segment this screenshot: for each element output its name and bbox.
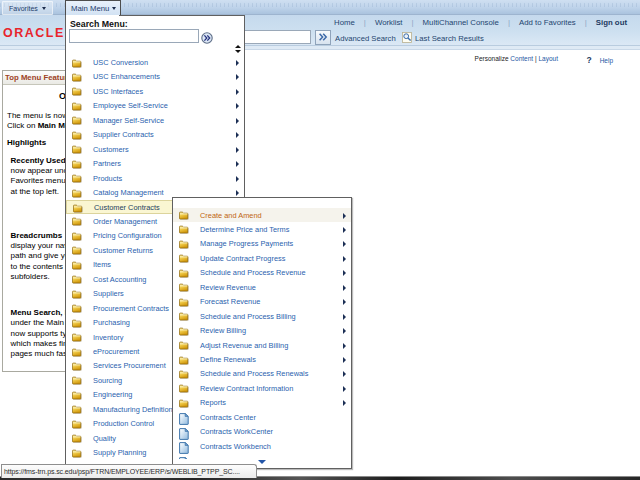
submenu-item-schedule-and-process-revenue[interactable]: Schedule and Process Revenue: [173, 266, 351, 280]
submenu-item-manage-progress-payments[interactable]: Manage Progress Payments: [173, 237, 351, 251]
search-menu-label: Search Menu:: [70, 19, 128, 29]
submenu-item-schedule-and-process-billing[interactable]: Schedule and Process Billing: [173, 309, 351, 323]
submenu-arrow-icon: [236, 161, 239, 167]
folder-icon: [72, 73, 82, 82]
submenu-item-label: Review Billing: [200, 326, 246, 335]
folder-icon: [179, 312, 189, 321]
submenu-arrow-icon: [236, 89, 239, 95]
submenu-arrow-icon: [343, 400, 346, 406]
submenu-item-review-contract-information[interactable]: Review Contract Information: [173, 381, 351, 395]
folder-icon: [72, 304, 82, 313]
submenu-item-schedule-and-process-renewals[interactable]: Schedule and Process Renewals: [173, 367, 351, 381]
menu-item-label: Inventory: [93, 333, 123, 342]
menu-scroll-spinner-icon[interactable]: [235, 45, 242, 53]
favorites-button[interactable]: Favorites: [2, 1, 53, 15]
submenu-item-review-billing[interactable]: Review Billing: [173, 324, 351, 338]
folder-icon: [72, 131, 82, 140]
personalize-content-link[interactable]: Content: [510, 55, 533, 62]
folder-icon: [73, 204, 83, 213]
menu-item-usc-enhancements[interactable]: USC Enhancements: [66, 70, 244, 84]
submenu-item-label: Review Contract Information: [200, 384, 293, 393]
submenu-arrow-icon: [236, 74, 239, 80]
submenu-item-review-revenue[interactable]: Review Revenue: [173, 280, 351, 294]
folder-icon: [179, 240, 189, 249]
menu-item-usc-conversion[interactable]: USC Conversion: [66, 56, 244, 70]
folder-icon: [72, 160, 82, 169]
submenu-item-contracts-center[interactable]: Contracts Center: [173, 410, 351, 424]
folder-icon: [179, 225, 189, 234]
submenu-arrow-icon: [236, 60, 239, 66]
submenu-item-contracts-workcenter[interactable]: Contracts WorkCenter: [173, 425, 351, 439]
submenu-item-label: Forecast Revenue: [200, 297, 260, 306]
menu-item-label: Engineering: [93, 390, 132, 399]
header-search-go-button[interactable]: [315, 30, 331, 45]
folder-icon: [179, 298, 189, 307]
home-link[interactable]: Home: [334, 18, 355, 27]
submenu-item-adjust-revenue-and-billing[interactable]: Adjust Revenue and Billing: [173, 338, 351, 352]
last-search-results-link[interactable]: Last Search Results: [415, 34, 484, 43]
submenu-arrow-icon: [343, 371, 346, 377]
submenu-item-label: Determine Price and Terms: [200, 225, 289, 234]
menu-item-partners[interactable]: Partners: [66, 157, 244, 171]
folder-icon: [72, 116, 82, 125]
menu-item-label: Order Management: [93, 217, 157, 226]
submenu-item-determine-price-and-terms[interactable]: Determine Price and Terms: [173, 222, 351, 236]
submenu-scroll-down-icon: [258, 460, 266, 464]
menu-item-usc-interfaces[interactable]: USC Interfaces: [66, 84, 244, 98]
folder-icon: [179, 399, 189, 408]
main-menu-button-panel-join: [66, 15, 119, 16]
menu-item-label: Catalog Management: [93, 188, 164, 197]
menu-item-manager-self-service[interactable]: Manager Self-Service: [66, 113, 244, 127]
submenu-item-contracts-workbench[interactable]: Contracts Workbench: [173, 439, 351, 453]
submenu-item-label: Schedule and Process Billing: [200, 312, 296, 321]
pagelet-highlights-title: Highlights: [7, 138, 46, 147]
menu-item-products[interactable]: Products: [66, 171, 244, 185]
submenu-arrow-icon: [343, 227, 346, 233]
folder-icon: [179, 384, 189, 393]
menu-item-label: USC Interfaces: [93, 87, 143, 96]
multichannel-console-link[interactable]: MultiChannel Console: [423, 18, 499, 27]
submenu-item-define-renewals[interactable]: Define Renewals: [173, 353, 351, 367]
personalize-label: Personalize: [475, 55, 509, 62]
menu-search-go-icon[interactable]: [201, 32, 213, 44]
submenu-item-update-contract-progress[interactable]: Update Contract Progress: [173, 251, 351, 265]
submenu-item-create-and-amend[interactable]: Create and Amend: [173, 208, 351, 222]
document-icon: [179, 428, 189, 440]
folder-icon: [72, 87, 82, 96]
sign-out-link[interactable]: Sign out: [596, 18, 627, 27]
worklist-link[interactable]: Worklist: [375, 18, 403, 27]
submenu-item-label: Manage Progress Payments: [200, 239, 293, 248]
submenu-item-label: Contracts Center: [200, 413, 256, 422]
submenu-arrow-icon: [343, 343, 346, 349]
menu-item-customers[interactable]: Customers: [66, 142, 244, 156]
menu-search-input[interactable]: [69, 29, 199, 43]
menu-item-employee-self-service[interactable]: Employee Self-Service: [66, 99, 244, 113]
folder-icon: [72, 261, 82, 270]
menu-item-label: Manager Self-Service: [93, 116, 164, 125]
folder-icon: [72, 405, 82, 414]
submenu-item-label: Adjust Revenue and Billing: [200, 341, 288, 350]
menu-item-label: Procurement Contracts: [93, 304, 169, 313]
folder-icon: [179, 211, 189, 220]
submenu-item-forecast-revenue[interactable]: Forecast Revenue: [173, 295, 351, 309]
menu-item-label: Products: [93, 174, 122, 183]
pagelet-bullet-line: at the top left.: [11, 187, 59, 196]
menu-item-label: Production Control: [93, 419, 154, 428]
menu-item-label: Quality: [93, 434, 116, 443]
menu-item-supplier-contracts[interactable]: Supplier Contracts: [66, 128, 244, 142]
submenu-item-label: Contracts Workbench: [200, 442, 271, 451]
submenu-item-reports[interactable]: Reports: [173, 396, 351, 410]
help-link[interactable]: Help: [600, 57, 613, 64]
folder-icon: [72, 333, 82, 342]
add-to-favorites-link[interactable]: Add to Favorites: [519, 18, 576, 27]
advanced-search-link[interactable]: Advanced Search: [335, 34, 396, 43]
submenu-arrow-icon: [236, 118, 239, 124]
personalize-layout-link[interactable]: Layout: [538, 55, 558, 62]
main-menu-button[interactable]: Main Menu: [65, 0, 121, 15]
submenu-arrow-icon: [343, 299, 346, 305]
main-menu-label: Main Menu: [71, 4, 109, 13]
help-icon: ?: [587, 55, 592, 65]
submenu-item-label: Create and Amend: [200, 211, 262, 220]
submenu-arrow-icon: [236, 190, 239, 196]
menu-item-label: USC Enhancements: [93, 72, 160, 81]
